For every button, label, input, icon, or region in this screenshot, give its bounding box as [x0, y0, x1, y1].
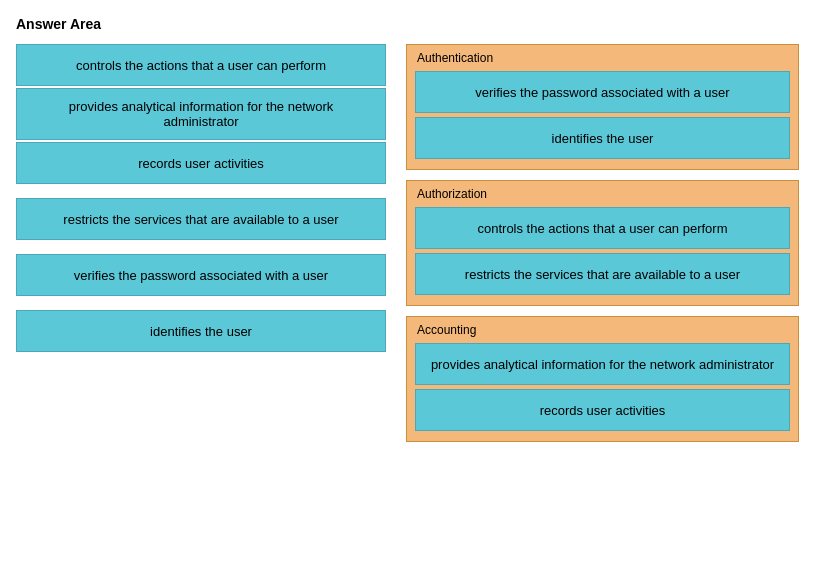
category-title-authentication: Authentication — [415, 51, 790, 65]
spacer-2 — [16, 242, 386, 252]
category-title-accounting: Accounting — [415, 323, 790, 337]
category-authentication: Authentication verifies the password ass… — [406, 44, 799, 170]
answer-area-title: Answer Area — [16, 16, 799, 32]
acct-item-1[interactable]: provides analytical information for the … — [415, 343, 790, 385]
main-layout: controls the actions that a user can per… — [16, 44, 799, 442]
authentication-items: verifies the password associated with a … — [415, 71, 790, 159]
auth-item-1[interactable]: verifies the password associated with a … — [415, 71, 790, 113]
right-column: Authentication verifies the password ass… — [406, 44, 799, 442]
left-item-6[interactable]: identifies the user — [16, 310, 386, 352]
authorization-items: controls the actions that a user can per… — [415, 207, 790, 295]
left-item-3[interactable]: records user activities — [16, 142, 386, 184]
category-accounting: Accounting provides analytical informati… — [406, 316, 799, 442]
auth-item-2[interactable]: identifies the user — [415, 117, 790, 159]
spacer-1 — [16, 186, 386, 196]
left-item-5[interactable]: verifies the password associated with a … — [16, 254, 386, 296]
authz-item-1[interactable]: controls the actions that a user can per… — [415, 207, 790, 249]
category-authorization: Authorization controls the actions that … — [406, 180, 799, 306]
acct-item-2[interactable]: records user activities — [415, 389, 790, 431]
left-item-4[interactable]: restricts the services that are availabl… — [16, 198, 386, 240]
category-title-authorization: Authorization — [415, 187, 790, 201]
left-column: controls the actions that a user can per… — [16, 44, 386, 352]
spacer-3 — [16, 298, 386, 308]
left-item-2[interactable]: provides analytical information for the … — [16, 88, 386, 140]
accounting-items: provides analytical information for the … — [415, 343, 790, 431]
authz-item-2[interactable]: restricts the services that are availabl… — [415, 253, 790, 295]
left-item-1[interactable]: controls the actions that a user can per… — [16, 44, 386, 86]
